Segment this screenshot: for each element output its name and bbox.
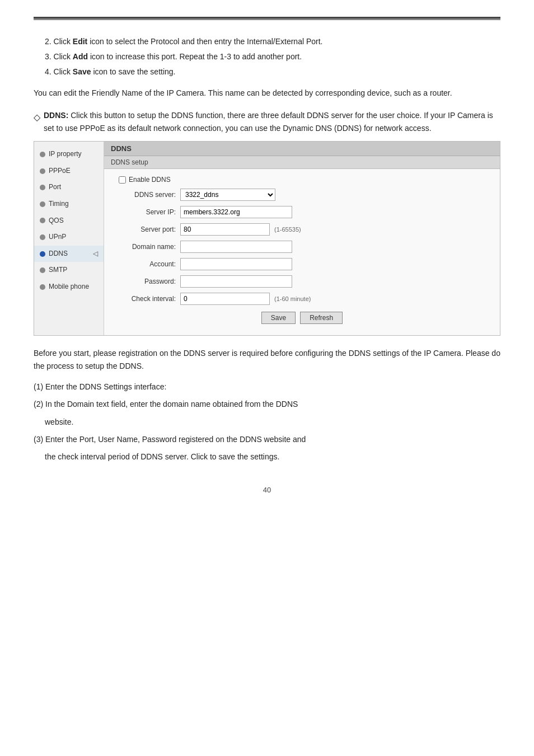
- sidebar-item-ddns[interactable]: DDNS ◁: [34, 246, 104, 262]
- enable-ddns-checkbox[interactable]: [119, 176, 126, 184]
- sidebar-item-label: DDNS: [49, 250, 68, 259]
- sidebar-item-label: Port: [49, 183, 61, 192]
- bullet-icon: [40, 168, 45, 174]
- sidebar-item-mobile-phone[interactable]: Mobile phone: [34, 279, 104, 295]
- bottom-item-3-indent: the check interval period of DDNS server…: [34, 450, 500, 463]
- instruction-item-2: 2. Click Edit icon to select the Protoco…: [45, 36, 500, 48]
- bullet-icon: [40, 218, 45, 223]
- account-row: Account:: [113, 258, 491, 270]
- sidebar-item-smtp[interactable]: SMTP: [34, 262, 104, 279]
- bullet-icon: [40, 234, 45, 240]
- ddns-server-label: DDNS server:: [113, 191, 180, 199]
- enable-ddns-row: Enable DDNS: [113, 176, 491, 184]
- sidebar-item-qos[interactable]: QOS: [34, 213, 104, 229]
- bullet-icon: [40, 201, 45, 207]
- bullet-icon: [40, 284, 45, 290]
- panel-body: Enable DDNS DDNS server: 3322_ddns Serve…: [104, 169, 500, 335]
- ddns-description: DDNS: Click this button to setup the DDN…: [44, 109, 500, 134]
- sidebar-item-label: IP property: [49, 150, 81, 159]
- bottom-item-1: (1) Enter the DDNS Settings interface:: [34, 381, 500, 393]
- sidebar-item-label: Timing: [49, 200, 69, 209]
- server-ip-input[interactable]: [180, 206, 292, 218]
- sidebar-item-label: UPnP: [49, 233, 66, 242]
- arrow-icon: ◁: [93, 250, 98, 259]
- bullet-icon: [40, 185, 45, 190]
- ddns-header: ◇ DDNS: Click this button to setup the D…: [34, 109, 500, 134]
- ddns-panel: IP property PPPoE Port Timing QOS: [34, 141, 500, 336]
- ddns-title: DDNS:: [44, 111, 68, 120]
- page-container: 2. Click Edit icon to select the Protoco…: [0, 0, 534, 756]
- instruction-item-3: 3. Click Add icon to increase this port.…: [45, 51, 500, 63]
- friendly-name-para: You can edit the Friendly Name of the IP…: [34, 87, 500, 99]
- check-interval-hint: (1-60 minute): [274, 295, 311, 302]
- check-interval-row: Check interval: (1-60 minute): [113, 293, 491, 305]
- sidebar-item-label: SMTP: [49, 266, 67, 275]
- bottom-section: Before you start, please registration on…: [34, 347, 500, 463]
- ddns-server-row: DDNS server: 3322_ddns: [113, 189, 491, 201]
- sidebar-item-label: QOS: [49, 217, 64, 226]
- instruction-item-4: 4. Click Save icon to save the setting.: [45, 66, 500, 78]
- sidebar-item-upnp[interactable]: UPnP: [34, 229, 104, 246]
- top-border: [34, 17, 500, 20]
- bullet-icon: [40, 152, 45, 157]
- server-port-row: Server port: (1-65535): [113, 223, 491, 236]
- sidebar-item-label: PPPoE: [49, 167, 71, 176]
- panel-subtitle: DDNS setup: [104, 156, 500, 169]
- ddns-section: ◇ DDNS: Click this button to setup the D…: [34, 109, 500, 336]
- content-panel: DDNS DDNS setup Enable DDNS DDNS server:…: [104, 142, 500, 335]
- sidebar: IP property PPPoE Port Timing QOS: [34, 142, 104, 335]
- enable-ddns-label: Enable DDNS: [129, 176, 171, 184]
- sidebar-item-pppoe[interactable]: PPPoE: [34, 163, 104, 180]
- sidebar-item-ip-property[interactable]: IP property: [34, 146, 104, 163]
- password-label: Password:: [113, 278, 180, 285]
- diamond-icon: ◇: [34, 110, 40, 125]
- domain-name-row: Domain name:: [113, 241, 491, 253]
- bullet-icon: [40, 251, 45, 257]
- password-row: Password:: [113, 275, 491, 288]
- server-port-label: Server port:: [113, 226, 180, 233]
- bottom-para1: Before you start, please registration on…: [34, 347, 500, 373]
- server-port-input[interactable]: [180, 223, 270, 236]
- account-input[interactable]: [180, 258, 292, 270]
- instruction-list: 2. Click Edit icon to select the Protoco…: [34, 36, 500, 78]
- check-interval-input[interactable]: [180, 293, 270, 305]
- ddns-server-select[interactable]: 3322_ddns: [180, 189, 275, 201]
- save-button[interactable]: Save: [261, 312, 296, 324]
- button-row: Save Refresh: [113, 312, 491, 328]
- account-label: Account:: [113, 260, 180, 268]
- panel-title: DDNS: [104, 142, 500, 156]
- server-ip-row: Server IP:: [113, 206, 491, 218]
- domain-name-input[interactable]: [180, 241, 292, 253]
- refresh-button[interactable]: Refresh: [300, 312, 343, 324]
- password-input[interactable]: [180, 275, 292, 288]
- domain-name-label: Domain name:: [113, 243, 180, 251]
- server-ip-label: Server IP:: [113, 208, 180, 216]
- bottom-item-3: (3) Enter the Port, User Name, Password …: [34, 433, 500, 446]
- bottom-item-2-indent: website.: [34, 416, 500, 429]
- bullet-icon: [40, 267, 45, 273]
- page-number: 40: [34, 486, 500, 494]
- server-port-hint: (1-65535): [274, 226, 301, 233]
- bottom-item-2: (2) In the Domain text field, enter the …: [34, 398, 500, 411]
- sidebar-item-port[interactable]: Port: [34, 179, 104, 196]
- check-interval-label: Check interval:: [113, 295, 180, 303]
- sidebar-item-label: Mobile phone: [49, 283, 89, 292]
- sidebar-item-timing[interactable]: Timing: [34, 196, 104, 213]
